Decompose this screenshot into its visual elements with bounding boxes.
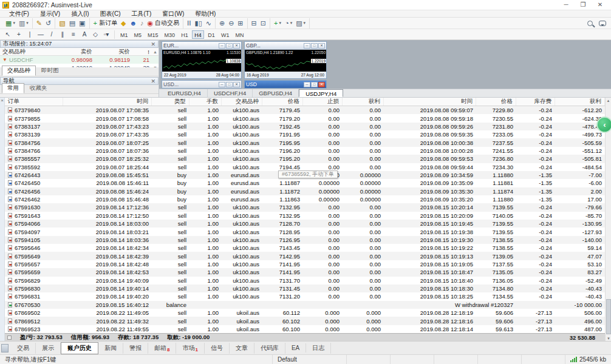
minimized-chart-usdjpy[interactable]: USD ─ □ ✕	[244, 80, 327, 89]
chart-maximize-icon[interactable]: □	[311, 82, 318, 87]
history-row-67595646[interactable]: 675956462019.08.14 18:42:34sell1.00uk100…	[5, 244, 605, 252]
terminal-tab-文章[interactable]: 文章	[230, 343, 254, 354]
chart-tab-USDCHFH4[interactable]: USDCHF,H4	[208, 89, 253, 97]
timeframe-M15[interactable]: M15	[145, 30, 161, 39]
history-row-67595649[interactable]: 675956492019.08.14 18:42:39sell1.00uk100…	[5, 252, 605, 260]
history-row-67869512[interactable]: 678695122019.08.22 11:49:32sell1.00ukoil…	[5, 317, 605, 325]
history-row-67591630[interactable]: 675916302019.08.14 17:12:36sell1.00uk100…	[5, 203, 605, 211]
history-col-11[interactable]: 获利	[555, 98, 605, 106]
history-col-6[interactable]: 止损	[303, 98, 343, 106]
chart-tab-GBPUSDH4[interactable]: GBPUSD,H4	[253, 89, 299, 97]
chart-window-gbpusd[interactable]: GBP... ─ □ ✕ GBPUSD,H4 1.21890 1.22 1.22…	[244, 41, 327, 79]
history-row-67591643[interactable]: 675916432019.08.14 17:12:50sell1.00uk100…	[5, 212, 605, 220]
col-bid[interactable]: 卖价	[58, 48, 96, 56]
arrange-up-button[interactable]: ⊟	[250, 18, 259, 28]
chart-close-icon[interactable]: ✕	[318, 82, 325, 87]
trendline-icon[interactable]: /	[46, 30, 57, 39]
profiles-dropdown-icon[interactable]: ▾	[26, 21, 29, 25]
tile-windows-button[interactable]: ⊞	[236, 18, 245, 28]
terminal-tab-邮箱[interactable]: 邮箱8	[148, 343, 176, 354]
maximize-icon[interactable]: ❐	[575, 1, 592, 10]
chart-canvas-eurusd[interactable]: EURUSD,H4 1.10876 1.10 1.11530 1.10838	[162, 50, 241, 72]
scroll-thumb[interactable]	[606, 299, 611, 334]
market-watch-scroll-down-icon[interactable]: ▼	[152, 66, 159, 67]
history-row-67385592[interactable]: 673855922019.08.07 18:25:44sell1.00uk100…	[5, 163, 605, 171]
history-row-67596831[interactable]: 675968312019.08.14 19:40:20sell1.00uk100…	[5, 292, 605, 300]
col-spread[interactable]: !	[134, 49, 152, 55]
history-row-67869502[interactable]: 678695022019.08.22 11:49:05sell1.00ukoil…	[5, 309, 605, 317]
arrange-down-button[interactable]: ⊡	[259, 18, 268, 28]
history-row-67594066[interactable]: 675940662019.08.14 18:03:00sell1.00uk100…	[5, 220, 605, 228]
template-menu-button[interactable]: ▨▾	[294, 18, 307, 28]
history-row-67426462[interactable]: 674264622019.08.08 15:46:48buy1.00eurusd…	[5, 195, 605, 203]
history-col-5[interactable]: 价格	[262, 98, 303, 106]
candlestick-chart-button[interactable]: ▮▯	[193, 18, 204, 28]
history-row-67379855[interactable]: 673798552019.08.07 17:08:58sell1.00uk100…	[5, 114, 605, 122]
menu-item-W[interactable]: 窗口(W)	[157, 10, 189, 18]
terminal-tab-展示[interactable]: 展示	[36, 343, 61, 354]
bar-chart-button[interactable]: ⅠⅠ	[185, 18, 193, 28]
history-row-67595657[interactable]: 675956572019.08.14 18:42:48sell1.00uk100…	[5, 260, 605, 268]
history-row-67426450[interactable]: 674264502019.08.08 15:46:11buy1.00eurusd…	[5, 179, 605, 187]
chart-tab-EURUSDH4[interactable]: EURUSD,H4	[162, 89, 208, 97]
crosshair-icon[interactable]: +	[13, 30, 24, 39]
col-ask[interactable]: 买价	[96, 48, 134, 56]
new-chart-button[interactable]: ▦▾	[4, 18, 17, 28]
history-row-67384766[interactable]: 673847662019.08.07 18:07:36sell1.00uk100…	[5, 147, 605, 155]
chart-shift-button[interactable]: ✎	[35, 18, 44, 28]
chart-tab-USDJPYH4[interactable]: USDJPY,H4	[299, 89, 343, 97]
chart-close-icon[interactable]: ✕	[233, 82, 240, 87]
chart-minimize-icon[interactable]: ─	[219, 43, 225, 49]
chart-maximize-icon[interactable]: □	[226, 43, 233, 49]
history-col-2[interactable]: 类型	[152, 98, 189, 106]
chart-restore-icon[interactable]: ─	[304, 82, 310, 87]
history-col-4[interactable]: 交易品种	[222, 98, 262, 106]
history-col-1[interactable]: 时间	[63, 98, 152, 106]
vertical-line-icon[interactable]: |	[24, 30, 35, 39]
equidistant-channel-icon[interactable]: ∥	[57, 30, 68, 39]
template-menu-dropdown-icon[interactable]: ▾	[304, 21, 306, 25]
chart-maximize-icon[interactable]: □	[226, 82, 233, 87]
periods-dropdown-icon[interactable]: ▾	[290, 21, 293, 25]
horizontal-line-icon[interactable]: —	[35, 30, 46, 39]
tab-收藏夹[interactable]: 收藏夹	[24, 83, 53, 93]
tab-即时图[interactable]: 即时图	[36, 66, 64, 76]
tab-交易品种[interactable]: 交易品种	[2, 66, 36, 76]
terminal-tab-市场[interactable]: 市场1	[176, 343, 204, 354]
profiles-button[interactable]: ▥▾	[17, 18, 30, 28]
market-watch-close-icon[interactable]: ✕	[151, 41, 155, 47]
autotrading-button[interactable]: ◉自动交易	[145, 18, 181, 28]
history-row-67594105[interactable]: 675941052019.08.14 18:03:36sell1.00uk100…	[5, 236, 605, 244]
history-row-67383137[interactable]: 673831372019.08.07 17:43:23sell1.00uk100…	[5, 123, 605, 130]
history-row-67383139[interactable]: 673831392019.08.07 17:43:35sell1.00uk100…	[5, 130, 605, 138]
chart-close-icon[interactable]: ✕	[318, 43, 325, 49]
history-row-67595659[interactable]: 675956592019.08.14 18:42:53sell1.00uk100…	[5, 268, 605, 276]
history-row-67596829[interactable]: 675968292019.08.14 19:40:09sell1.00uk100…	[5, 277, 605, 285]
menu-item-F[interactable]: 文件(F)	[4, 10, 35, 18]
history-col-7[interactable]: 获利	[343, 98, 384, 106]
history-row-67385557[interactable]: 673855572019.08.07 18:25:32sell1.00uk100…	[5, 155, 605, 163]
panel-toggle-icon[interactable]	[1, 344, 9, 352]
terminal-tab-日志[interactable]: 日志	[306, 343, 331, 354]
floating-action-button[interactable]: ‹	[596, 116, 611, 133]
data-window-button[interactable]: ▤	[67, 18, 77, 28]
terminal-tab-警报[interactable]: 警报	[123, 343, 148, 354]
history-row-67384756[interactable]: 673847562019.08.07 18:07:25sell1.00uk100…	[5, 138, 605, 146]
menu-item-I[interactable]: 插入(I)	[66, 10, 94, 18]
terminal-tab-交易[interactable]: 交易	[11, 343, 36, 354]
history-col-8[interactable]: 时间	[384, 98, 476, 106]
cursor-icon[interactable]: ↖	[2, 30, 13, 39]
menu-item-T[interactable]: 工具(T)	[126, 10, 157, 18]
templates-button[interactable]: ▧	[57, 18, 67, 28]
terminal-close-icon[interactable]: ×	[1, 98, 4, 103]
navigator-close-icon[interactable]: ✕	[151, 78, 155, 84]
history-col-10[interactable]: 库存费	[516, 98, 555, 106]
text-label-icon[interactable]: ◇	[90, 30, 101, 39]
zoom-out-button[interactable]: ⊖	[227, 18, 236, 28]
search-icon[interactable]	[587, 21, 593, 26]
new-chart-dropdown-icon[interactable]: ▾	[13, 21, 15, 25]
tab-常用[interactable]: 常用	[2, 83, 24, 93]
terminal-tab-账户历史[interactable]: 账户历史	[61, 342, 98, 354]
timeframe-M5[interactable]: M5	[132, 30, 145, 39]
timeframe-D1[interactable]: D1	[205, 30, 217, 39]
